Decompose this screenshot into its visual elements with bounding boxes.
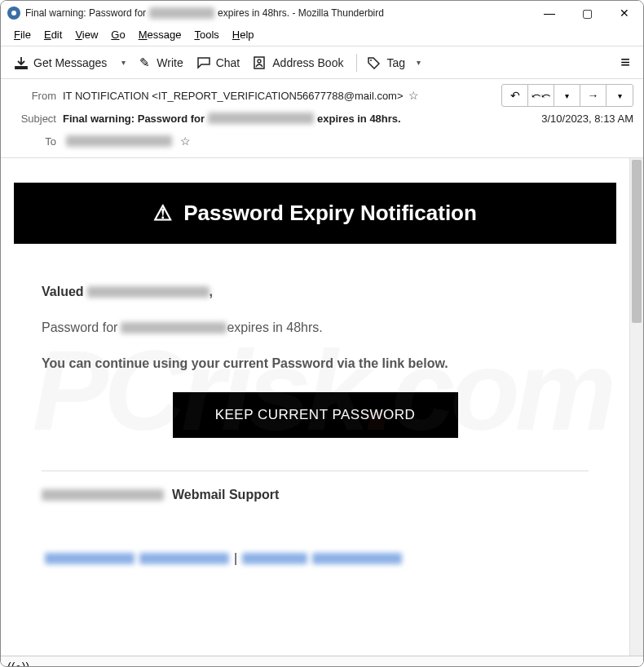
toolbar-divider	[356, 54, 357, 72]
support-line: Webmail Support	[42, 488, 589, 502]
address-book-icon	[253, 56, 267, 69]
write-button[interactable]: ✎ Write	[132, 52, 187, 73]
scrollbar-thumb[interactable]	[632, 160, 642, 323]
reply-button[interactable]: ↶	[502, 85, 528, 106]
message-headers: From IT NOTIFICATION <IT_REPORT_VERIFICA…	[1, 79, 643, 158]
message-actions: ↶ ⤺⤺ ▾ → ▾	[501, 84, 633, 107]
menu-tools[interactable]: Tools	[187, 27, 225, 42]
window-controls: — ▢ ✕	[531, 1, 643, 25]
link-redacted-3[interactable]	[242, 553, 307, 564]
message-body-container: PCrisk.com ⚠ Password Expiry Notificatio…	[1, 158, 643, 656]
pencil-icon: ✎	[137, 55, 152, 70]
keep-password-button[interactable]: KEEP CURRENT PASSWORD	[173, 392, 458, 438]
from-label: From	[11, 90, 56, 102]
toolbar: Get Messages ▾ ✎ Write Chat Address Book…	[1, 46, 643, 79]
message-date: 3/10/2023, 8:13 AM	[541, 113, 633, 125]
footer-links: |	[42, 551, 589, 566]
close-button[interactable]: ✕	[606, 1, 643, 25]
link-redacted-4[interactable]	[312, 553, 402, 564]
subject-prefix: Final warning: Password for	[63, 113, 205, 125]
banner-title: Password Expiry Notification	[183, 201, 477, 226]
subject-redacted	[208, 113, 314, 124]
tag-button[interactable]: Tag ▾	[362, 53, 432, 73]
svg-point-1	[258, 60, 261, 63]
subject-suffix: expires in 48hrs.	[317, 113, 401, 125]
title-redacted	[149, 7, 214, 19]
from-email: <IT_REPORT_VERIFICATION56677788@mail.com…	[152, 90, 403, 102]
menu-help[interactable]: Help	[226, 27, 261, 42]
divider	[42, 470, 589, 471]
menu-edit[interactable]: Edit	[37, 27, 68, 42]
tag-label: Tag	[386, 56, 405, 69]
link-separator: |	[234, 551, 237, 566]
from-name: IT NOTIFICATION	[63, 90, 149, 102]
statusbar: ((●))	[1, 656, 643, 667]
maximize-button[interactable]: ▢	[568, 1, 606, 25]
support-label: Webmail Support	[172, 488, 279, 502]
menu-file[interactable]: File	[7, 27, 37, 42]
address-book-button[interactable]: Address Book	[248, 53, 348, 73]
from-value: IT NOTIFICATION <IT_REPORT_VERIFICATION5…	[63, 89, 419, 102]
chat-label: Chat	[216, 56, 240, 69]
get-messages-dropdown[interactable]: ▾	[115, 58, 132, 67]
password-redacted	[121, 322, 227, 334]
more-dropdown[interactable]: ▾	[607, 85, 633, 106]
chat-button[interactable]: Chat	[192, 53, 245, 73]
link-redacted-1[interactable]	[45, 553, 135, 564]
svg-point-2	[370, 60, 372, 61]
to-redacted	[66, 135, 172, 147]
minimize-button[interactable]: —	[531, 1, 568, 25]
continue-text: You can continue using your current Pass…	[42, 356, 589, 371]
valued-label: Valued	[42, 285, 84, 299]
download-icon	[14, 56, 29, 69]
star-icon[interactable]: ☆	[408, 89, 419, 102]
expires-text: expires in 48hrs.	[227, 320, 322, 335]
star-icon[interactable]: ☆	[180, 135, 191, 148]
reply-dropdown[interactable]: ▾	[554, 85, 580, 106]
email-content: Valued , Password for expires in 48hrs. …	[14, 244, 616, 574]
password-for-text: Password for	[42, 320, 117, 335]
email-banner: ⚠ Password Expiry Notification	[14, 183, 616, 244]
title-suffix: expires in 48hrs. - Mozilla Thunderbird	[218, 7, 384, 19]
app-icon	[7, 7, 20, 20]
support-redacted	[42, 489, 164, 501]
menu-view[interactable]: View	[68, 27, 104, 42]
vertical-scrollbar[interactable]	[629, 158, 643, 656]
chevron-down-icon: ▾	[410, 58, 427, 67]
write-label: Write	[157, 56, 183, 69]
to-value: ☆	[63, 135, 191, 148]
title-prefix: Final warning: Password for	[25, 7, 146, 19]
menu-message[interactable]: Message	[132, 27, 188, 42]
menu-go[interactable]: Go	[104, 27, 131, 42]
window-titlebar: Final warning: Password for expires in 4…	[1, 1, 643, 25]
chat-icon	[196, 56, 211, 69]
forward-button[interactable]: →	[580, 85, 607, 106]
valued-redacted	[87, 286, 210, 298]
reply-all-button[interactable]: ⤺⤺	[528, 85, 554, 106]
message-body: PCrisk.com ⚠ Password Expiry Notificatio…	[1, 158, 629, 656]
subject-label: Subject	[11, 113, 56, 125]
link-redacted-2[interactable]	[139, 553, 229, 564]
address-book-label: Address Book	[272, 56, 343, 69]
subject-value: Final warning: Password for expires in 4…	[63, 113, 401, 125]
menubar: File Edit View Go Message Tools Help	[1, 25, 643, 46]
to-label: To	[11, 135, 56, 148]
app-menu-button[interactable]: ≡	[615, 53, 635, 72]
window-title: Final warning: Password for expires in 4…	[25, 7, 531, 19]
warning-icon: ⚠	[153, 201, 172, 226]
online-status-icon[interactable]: ((●))	[7, 660, 29, 668]
get-messages-label: Get Messages	[33, 56, 107, 69]
get-messages-button[interactable]: Get Messages	[9, 53, 112, 73]
tag-icon	[367, 56, 382, 69]
